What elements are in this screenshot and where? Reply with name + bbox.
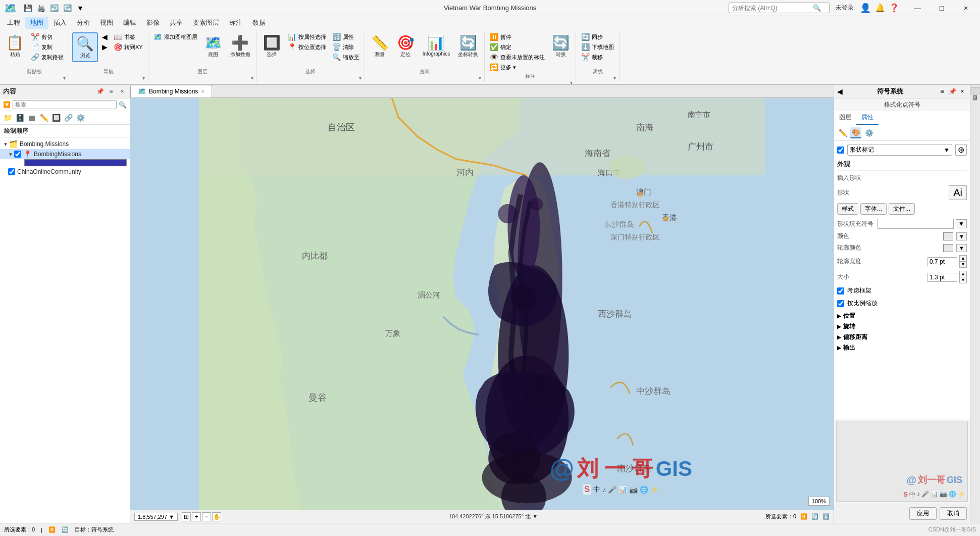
apply-btn[interactable]: 应用 <box>909 507 937 520</box>
back-btn[interactable]: ◀ <box>100 32 110 41</box>
color-dropdown-btn[interactable]: ▼ <box>956 232 967 240</box>
frt-catalog[interactable]: 目录 <box>970 87 980 94</box>
add-layer-btn[interactable]: 🗺️ 添加图框图层 <box>151 32 199 41</box>
close-btn[interactable]: × <box>956 0 976 16</box>
notification-icon[interactable]: 🔔 <box>875 3 885 13</box>
select-panel-btn[interactable]: 🔲 <box>50 112 62 123</box>
sync-btn[interactable]: 🔄 同步 <box>579 32 616 41</box>
pause-btn[interactable]: ⏸️ 暂停 <box>488 32 547 41</box>
user-login[interactable]: 未登录 <box>836 4 854 12</box>
search-panel-icon[interactable]: 🔍 <box>119 101 127 109</box>
user-icon[interactable]: 👤 <box>860 3 871 14</box>
print-quick-btn[interactable]: 🖨️ <box>35 2 47 14</box>
shape-marker-checkbox[interactable] <box>837 147 844 154</box>
download-map-btn[interactable]: ⬇️ 下载地图 <box>579 42 616 52</box>
menu-analysis[interactable]: 分析 <box>72 17 95 29</box>
pin-rp-btn[interactable]: 📌 <box>948 87 957 96</box>
status-pause-icon[interactable]: ⏸️ <box>48 526 56 533</box>
bookmark-btn[interactable]: 📖 书签 <box>112 32 145 41</box>
fill-symbol-dropdown[interactable]: ▼ <box>956 219 967 228</box>
options-rp-btn[interactable]: ≡ <box>938 87 947 96</box>
close-rp-btn[interactable]: × <box>958 87 967 96</box>
zoom-to-full-btn[interactable]: ⊞ <box>182 512 191 521</box>
group-btn[interactable]: 🔗 <box>63 112 74 123</box>
clear-btn[interactable]: 🗑️ 清除 <box>330 42 362 52</box>
layer-china-online[interactable]: ChinaOnlineCommunity <box>0 167 130 176</box>
pencil-sym-tool[interactable]: ✏️ <box>837 127 848 138</box>
layer-group-bombing[interactable]: ▼ 🗂️ Bombing Missions <box>0 139 130 149</box>
outline-width-input[interactable] <box>927 257 957 266</box>
rotation-section[interactable]: ▶ 旋转 <box>837 322 967 331</box>
zoom-out-btn[interactable]: − <box>202 512 211 521</box>
pan-btn[interactable]: ✋ <box>212 512 221 521</box>
more-panel-btn[interactable]: ⚙️ <box>75 112 86 123</box>
output-section[interactable]: ▶ 输出 <box>837 344 967 352</box>
add-data-btn[interactable]: ➕ 添加数据 <box>227 32 253 60</box>
settings-sym-tool[interactable]: ⚙️ <box>863 127 874 138</box>
navigation-expand[interactable]: ▾ <box>142 75 145 81</box>
shape-marker-dropdown[interactable]: 形状标记 ▼ <box>847 144 952 156</box>
goto-btn[interactable]: 🎯 转到XY <box>112 42 145 52</box>
menu-panel-btn[interactable]: ≡ <box>107 87 116 96</box>
content-search-input[interactable] <box>13 100 117 109</box>
crop-btn[interactable]: ✂️ 裁移 <box>579 53 616 62</box>
transform-btn[interactable]: 🔄 转换 <box>549 32 573 60</box>
cancel-btn[interactable]: 取消 <box>940 507 967 520</box>
zoom-in-btn[interactable]: + <box>192 512 201 521</box>
status-refresh-icon[interactable]: 🔄 <box>62 526 69 533</box>
copy-btn[interactable]: 📄 复制 <box>29 42 66 52</box>
close-panel-btn[interactable]: × <box>118 87 127 96</box>
position-section[interactable]: ▶ 位置 <box>837 312 967 320</box>
size-input[interactable] <box>927 273 957 282</box>
draw-btn[interactable]: ✏️ <box>38 112 49 123</box>
menu-label[interactable]: 标注 <box>224 17 247 29</box>
add-folder-btn[interactable]: 📁 <box>2 112 13 123</box>
outline-color-dropdown-btn[interactable]: ▼ <box>956 244 967 252</box>
tab-layer[interactable]: 图层 <box>834 111 856 125</box>
loc-select-btn[interactable]: 📍 按位置选择 <box>286 42 328 52</box>
menu-data[interactable]: 数据 <box>247 17 271 29</box>
infographics-btn[interactable]: 📊 Infographics <box>420 32 453 59</box>
china-online-checkbox[interactable] <box>8 168 15 175</box>
selection-expand[interactable]: ▾ <box>359 75 362 81</box>
layer-expand[interactable]: ▾ <box>251 75 253 81</box>
paint-sym-tool[interactable]: 🎨 <box>850 127 861 138</box>
style-btn[interactable]: 样式 <box>837 203 858 215</box>
add-db-btn[interactable]: 🗄️ <box>14 112 25 123</box>
minimize-btn[interactable]: — <box>907 0 927 16</box>
clipboard-expand[interactable]: ▾ <box>63 75 66 81</box>
coord-transform-btn[interactable]: 🔄 坐标转换 <box>455 32 481 60</box>
outline-width-up[interactable]: ▲ <box>960 256 966 262</box>
search-box[interactable]: 🔍 <box>729 3 830 13</box>
map-tab-close[interactable]: × <box>201 88 204 94</box>
redo-btn[interactable]: ↪️ <box>61 2 73 14</box>
menu-project[interactable]: 工程 <box>2 17 25 29</box>
map-tab-bombing[interactable]: 🗺️ Bombing Missions × <box>130 85 212 98</box>
refresh-map-icon[interactable]: 🔄 <box>811 513 818 520</box>
offline-expand[interactable]: ▾ <box>613 75 616 81</box>
layer-bombing-missions[interactable]: ▼ 📍 BombingMissions <box>0 149 130 159</box>
offset-section[interactable]: ▶ 偏移距离 <box>837 333 967 342</box>
menu-imagery[interactable]: 影像 <box>141 17 165 29</box>
menu-feature-layer[interactable]: 要素图层 <box>188 17 224 29</box>
pause-map-icon[interactable]: ⏸️ <box>800 513 807 520</box>
menu-edit[interactable]: 编辑 <box>118 17 141 29</box>
add-shape-btn[interactable]: ⊕ <box>955 144 967 156</box>
back-rp-btn[interactable]: ◀ <box>837 87 843 95</box>
measure-btn[interactable]: 📏 测量 <box>368 32 392 60</box>
select-btn[interactable]: 🔲 选择 <box>260 32 284 60</box>
attr-select-btn[interactable]: 📊 按属性选择 <box>286 32 328 41</box>
browse-btn[interactable]: 🔍 浏览 <box>72 32 98 62</box>
zoom-to-btn[interactable]: 🔍 缩放至 <box>330 53 362 62</box>
frame-checkbox[interactable] <box>837 287 844 295</box>
menu-insert[interactable]: 插入 <box>48 17 72 29</box>
menu-view[interactable]: 视图 <box>95 17 118 29</box>
forward-btn[interactable]: ▶ <box>100 42 110 52</box>
map-view[interactable]: 自治区 广州市 澳门 香港 香港特别行政区 深门特别行政区 内比都 湄公河 万象… <box>130 98 834 510</box>
attribute-btn[interactable]: 🔢 属性 <box>330 32 362 41</box>
quick-access-dropdown[interactable]: ▼ <box>74 2 86 14</box>
size-down[interactable]: ▼ <box>960 277 966 283</box>
cut-btn[interactable]: ✂️ 剪切 <box>29 32 66 41</box>
search-input[interactable] <box>732 5 813 12</box>
query-expand[interactable]: ▾ <box>479 75 481 81</box>
